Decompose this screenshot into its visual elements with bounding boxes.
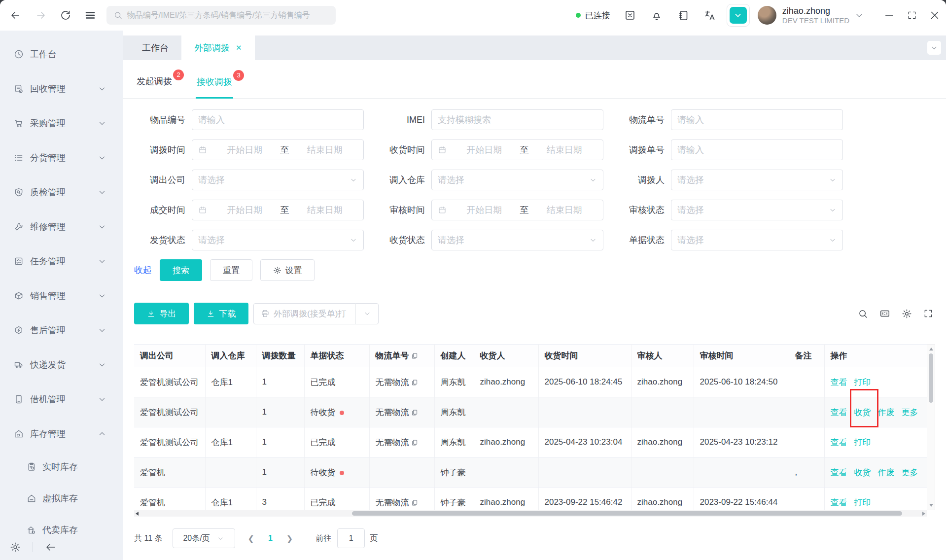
transfer-number-field [671,140,843,160]
download-button[interactable]: 下载 [194,303,248,324]
avatar[interactable] [758,6,776,25]
checkin-button[interactable] [727,4,750,27]
tab-close-icon[interactable]: ✕ [236,43,242,52]
sidebar-item-recycle[interactable]: 回收管理 [0,71,123,106]
horizontal-scrollbar[interactable] [134,510,927,517]
void-link[interactable]: 作废 [878,467,895,478]
fullscreen-button[interactable] [923,309,933,318]
copy-icon[interactable] [411,409,418,416]
vertical-scrollbar[interactable] [927,344,935,510]
table-search-button[interactable] [858,309,868,319]
source-company-select[interactable]: 请选择 [192,170,364,190]
view-link[interactable]: 查看 [831,467,847,478]
scroll-down-arrow[interactable] [929,504,933,507]
page-size-select[interactable]: 20条/页 [173,528,235,548]
receive-link[interactable]: 收货 [854,467,871,478]
minimize-button[interactable] [878,0,901,31]
sidebar-item-sales[interactable]: 销售管理 [0,279,123,313]
doc-status-select[interactable]: 请选择 [671,230,843,250]
sidebar-item-loaner[interactable]: 借机管理 [0,382,123,417]
next-page-button[interactable]: ❯ [286,534,293,543]
view-link[interactable]: 查看 [831,377,847,388]
capture-button[interactable] [620,5,640,25]
sidebar-item-workbench[interactable]: 工作台 [0,37,123,71]
tab-list-dropdown[interactable] [927,41,941,55]
view-link[interactable]: 查看 [831,437,847,448]
filter-settings-button[interactable]: 设置 [260,259,315,281]
sidebar-item-realtime-inventory[interactable]: 实时库存 [0,451,123,483]
goto-page-input[interactable] [338,529,364,548]
receive-link[interactable]: 收货 [854,407,871,418]
sidebar-item-repair[interactable]: 维修管理 [0,210,123,244]
subtab-receive-transfer[interactable]: 接收调拨 3 [196,76,233,99]
sidebar-item-inventory[interactable]: 库存管理 [0,417,123,451]
more-link[interactable]: 更多 [902,467,918,478]
user-menu[interactable]: zihao.zhong DEV TEST LIMITED [782,6,849,25]
scroll-up-arrow[interactable] [929,348,933,350]
prev-page-button[interactable]: ❮ [248,534,254,543]
transfer-time-range[interactable]: 开始日期至结束日期 [192,140,364,160]
collapse-filters-link[interactable]: 收起 [134,264,152,276]
scroll-left-arrow[interactable] [136,512,139,516]
translate-button[interactable] [700,5,720,25]
sidebar-item-distribution[interactable]: 分货管理 [0,140,123,175]
refresh-button[interactable] [57,7,74,24]
global-search-input[interactable] [127,11,329,20]
print-receipt-button[interactable]: 外部调拨(接受单)打 [253,303,379,324]
audit-time-range[interactable]: 开始日期至结束日期 [431,200,603,220]
notifications-button[interactable] [647,5,666,25]
more-link[interactable]: 更多 [902,407,918,418]
print-link[interactable]: 打印 [854,377,871,388]
close-button[interactable] [923,0,946,31]
collapse-sidebar-button[interactable] [45,541,57,553]
print-link[interactable]: 打印 [854,497,871,508]
horizontal-scroll-thumb[interactable] [352,511,902,516]
table-density-button[interactable] [879,308,890,319]
vertical-scroll-thumb[interactable] [929,353,933,403]
sidebar-item-label: 实时库存 [42,461,78,473]
table-settings-button[interactable] [902,309,912,319]
imei-input[interactable] [438,115,597,125]
sidebar-item-tasks[interactable]: 任务管理 [0,244,123,279]
handbook-button[interactable] [673,5,693,25]
shield-search-icon [14,187,24,197]
sidebar-item-purchase[interactable]: 采购管理 [0,106,123,140]
copy-icon[interactable] [411,379,418,386]
sidebar-item-express[interactable]: 快递发货 [0,348,123,382]
transfer-person-select[interactable]: 请选择 [671,170,843,190]
forward-button[interactable] [33,7,49,24]
status-dot [340,411,344,415]
cell-logistics: 无需物流 [369,427,434,457]
settings-gear-button[interactable] [10,542,21,553]
copy-icon[interactable] [411,499,418,506]
search-button[interactable]: 搜索 [160,259,202,281]
export-button[interactable]: 导出 [134,303,189,324]
subtab-initiate-transfer[interactable]: 发起调拨 2 [136,75,173,98]
sidebar-item-aftersale[interactable]: 售后管理 [0,313,123,348]
ship-status-select[interactable]: 请选择 [192,230,364,250]
logistics-number-input[interactable] [677,115,837,125]
audit-status-select[interactable]: 请选择 [671,200,843,220]
receive-status-select[interactable]: 请选择 [431,230,603,250]
view-link[interactable]: 查看 [831,497,847,508]
tab-external-transfer[interactable]: 外部调拨 ✕ [181,35,255,60]
transfer-number-input[interactable] [677,145,837,155]
view-link[interactable]: 查看 [831,407,847,418]
maximize-button[interactable] [901,0,923,31]
void-link[interactable]: 作废 [878,407,895,418]
target-warehouse-select[interactable]: 请选择 [431,170,603,190]
menu-button[interactable] [82,7,99,24]
reset-button[interactable]: 重置 [210,259,252,281]
print-link[interactable]: 打印 [854,437,871,448]
print-dropdown-chevron[interactable] [356,310,378,317]
back-button[interactable] [7,7,24,24]
sidebar-item-qc[interactable]: 质检管理 [0,175,123,210]
receive-time-range[interactable]: 开始日期至结束日期 [431,140,603,160]
copy-icon[interactable] [411,439,418,446]
sidebar-item-virtual-inventory[interactable]: 虚拟库存 [0,483,123,514]
item-number-input[interactable] [198,115,357,125]
user-menu-chevron[interactable] [854,10,864,20]
deal-time-range[interactable]: 开始日期至结束日期 [192,200,364,220]
tab-workbench[interactable]: 工作台 [129,35,181,60]
scroll-right-arrow[interactable] [922,512,925,516]
